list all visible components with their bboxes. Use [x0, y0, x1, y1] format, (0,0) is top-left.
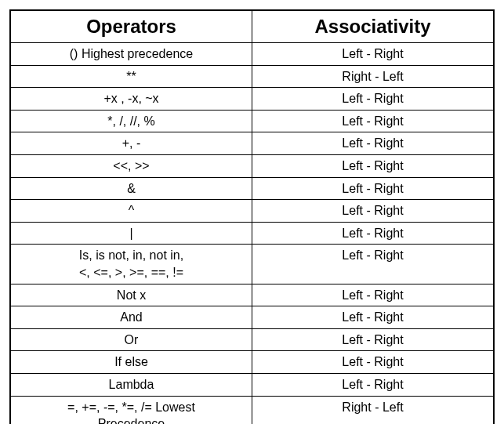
cell-operator: () Highest precedence [10, 43, 252, 66]
cell-operator: +x , -x, ~x [10, 88, 252, 111]
cell-associativity: Right - Left [252, 396, 495, 424]
cell-associativity: Left - Right [252, 200, 495, 223]
table-row: Is, is not, in, not in, <, <=, >, >=, ==… [10, 245, 494, 284]
table-row: Not x Left - Right [10, 284, 494, 306]
cell-operator: & [10, 177, 252, 200]
table-row: & Left - Right [10, 177, 494, 200]
table-row: ** Right - Left [10, 65, 494, 88]
table-row: +x , -x, ~x Left - Right [10, 88, 494, 111]
table-row: =, +=, -=, *=, /= Lowest Precedence Righ… [10, 396, 494, 424]
cell-operator: Lambda [10, 373, 252, 396]
cell-associativity: Left - Right [252, 88, 495, 111]
cell-associativity: Left - Right [252, 306, 495, 329]
table-row: <<, >> Left - Right [10, 154, 494, 177]
cell-operator: <<, >> [10, 154, 252, 177]
cell-associativity: Left - Right [252, 154, 495, 177]
table-row: And Left - Right [10, 306, 494, 329]
cell-operator: Not x [10, 284, 252, 306]
cell-operator: *, /, //, % [10, 110, 252, 132]
header-associativity: Associativity [252, 10, 495, 43]
cell-operator: ** [10, 65, 252, 88]
cell-associativity: Left - Right [252, 373, 495, 396]
cell-associativity: Left - Right [252, 110, 495, 132]
table-row: Or Left - Right [10, 328, 494, 351]
table-row: *, /, //, % Left - Right [10, 110, 494, 132]
cell-operator: Or [10, 328, 252, 351]
table-row: ^ Left - Right [10, 200, 494, 223]
table-row: | Left - Right [10, 222, 494, 245]
cell-operator: +, - [10, 132, 252, 155]
precedence-table: Operators Associativity () Highest prece… [9, 9, 495, 424]
cell-associativity: Left - Right [252, 245, 495, 284]
cell-associativity: Left - Right [252, 43, 495, 66]
cell-operator: Is, is not, in, not in, <, <=, >, >=, ==… [10, 245, 252, 284]
cell-operator: | [10, 222, 252, 245]
table-row: Lambda Left - Right [10, 373, 494, 396]
cell-associativity: Left - Right [252, 177, 495, 200]
cell-associativity: Left - Right [252, 351, 495, 374]
table-body: () Highest precedence Left - Right ** Ri… [10, 43, 494, 425]
table-row: () Highest precedence Left - Right [10, 43, 494, 66]
table-header-row: Operators Associativity [10, 10, 494, 43]
cell-associativity: Right - Left [252, 65, 495, 88]
cell-associativity: Left - Right [252, 132, 495, 155]
table-row: If else Left - Right [10, 351, 494, 374]
cell-operator: If else [10, 351, 252, 374]
cell-operator: =, +=, -=, *=, /= Lowest Precedence [10, 396, 252, 424]
header-operators: Operators [10, 10, 252, 43]
table-row: +, - Left - Right [10, 132, 494, 155]
cell-associativity: Left - Right [252, 328, 495, 351]
cell-operator: And [10, 306, 252, 329]
cell-associativity: Left - Right [252, 222, 495, 245]
cell-operator: ^ [10, 200, 252, 223]
cell-associativity: Left - Right [252, 284, 495, 306]
